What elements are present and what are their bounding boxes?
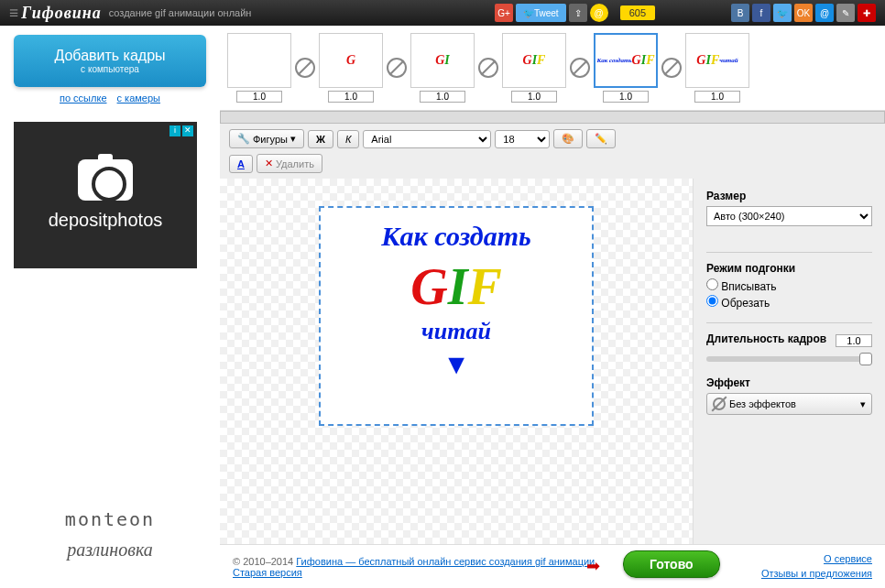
share-icon[interactable]: ⇪ — [569, 4, 587, 22]
add-frames-title: Добавить кадры — [23, 48, 197, 64]
red-arrow-icon: ➡ — [586, 556, 600, 576]
add-sublinks: по ссылке с камеры — [14, 93, 206, 103]
toolbar-row2: A ✕ Удалить — [220, 154, 885, 179]
tweet-button[interactable]: 🐦 Tweet — [516, 4, 566, 22]
twitter-icon[interactable]: 🐦 — [773, 4, 792, 22]
frame-duration-input[interactable] — [694, 91, 740, 103]
arrow-down-icon[interactable]: ▼ — [330, 349, 583, 380]
canvas-area[interactable]: Как создать GIF читай ▼ — [220, 179, 693, 544]
donate-icon[interactable]: @ — [590, 4, 608, 22]
fit-mode-label: Режим подгонки — [706, 262, 872, 275]
size-select[interactable]: Авто (300×240) — [706, 206, 872, 226]
italic-button[interactable]: К — [337, 130, 359, 148]
adchoices-icon[interactable]: i — [169, 125, 180, 136]
frame-transition-icon[interactable] — [478, 58, 498, 78]
sidebar: Добавить кадры с компьютера по ссылке с … — [0, 26, 220, 588]
size-label: Размер — [706, 190, 872, 202]
frame-duration-input[interactable] — [511, 91, 557, 103]
done-button[interactable]: Готово — [623, 550, 720, 578]
content: GGIGIFКак создатьGIFGIFчитай 🔧 Фигуры ▾ … — [220, 26, 885, 588]
feedback-link[interactable]: Отзывы и предложения — [761, 568, 872, 579]
duration-label: Длительность кадров — [706, 332, 826, 345]
duration-input[interactable] — [836, 334, 872, 347]
frame-5[interactable]: GIFчитай — [685, 33, 749, 103]
canvas[interactable]: Как создать GIF читай ▼ — [319, 206, 594, 426]
add-from-camera-link[interactable]: с камеры — [117, 93, 160, 103]
footer: © 2010–2014 Гифовина — бесплатный онлайн… — [220, 544, 885, 588]
vk-icon[interactable]: B — [731, 4, 749, 22]
ad-text: depositphotos — [49, 210, 163, 231]
old-version-link[interactable]: Старая версия — [233, 567, 302, 578]
add-frames-button[interactable]: Добавить кадры с компьютера — [14, 35, 206, 87]
brand-razlinovka[interactable]: разлиновка — [14, 539, 206, 561]
frames-strip: GGIGIFКак создатьGIFGIFчитай — [220, 26, 885, 111]
add-frames-subtitle: с компьютера — [23, 64, 197, 74]
bookmark-icon[interactable]: ✚ — [858, 4, 876, 22]
frame-transition-icon[interactable] — [295, 58, 315, 78]
text-color-button[interactable]: A — [229, 155, 253, 173]
fit-option-fit[interactable]: Вписывать — [706, 278, 872, 293]
canvas-text-gif[interactable]: GIF — [330, 261, 583, 312]
facebook-icon[interactable]: f — [752, 4, 770, 22]
gplus-icon[interactable]: G+ — [495, 4, 513, 22]
frame-4[interactable]: Как создатьGIF — [594, 33, 658, 103]
ad-close-icon[interactable]: ✕ — [182, 125, 193, 136]
logo[interactable]: Гифовина — [9, 4, 102, 23]
size-select[interactable]: 18 — [495, 130, 550, 148]
frame-2[interactable]: GI — [410, 33, 475, 103]
shapes-button[interactable]: 🔧 Фигуры ▾ — [229, 129, 304, 148]
social-bar: G+ 🐦 Tweet ⇪ @ 605 B f 🐦 OK @ ✎ ✚ — [495, 4, 876, 22]
effect-label: Эффект — [706, 376, 872, 389]
copyright: © 2010–2014 — [233, 556, 296, 567]
delete-button[interactable]: ✕ Удалить — [257, 154, 322, 173]
camera-icon — [78, 159, 133, 201]
frame-1[interactable]: G — [319, 33, 383, 103]
no-effect-icon — [713, 397, 726, 410]
font-select[interactable]: Arial — [363, 130, 491, 148]
bold-button[interactable]: Ж — [308, 130, 333, 148]
lj-icon[interactable]: ✎ — [836, 4, 855, 22]
frame-transition-icon[interactable] — [387, 58, 407, 78]
ad-banner[interactable]: i✕ depositphotos — [14, 122, 197, 268]
toolbar: 🔧 Фигуры ▾ Ж К Arial 18 🎨 ✏️ — [220, 124, 885, 154]
header: Гифовина создание gif анимации онлайн G+… — [0, 0, 885, 26]
fill-color-button[interactable]: 🎨 — [553, 129, 583, 148]
settings-panel: Размер Авто (300×240) Режим подгонки Впи… — [693, 179, 885, 544]
frame-3[interactable]: GIF — [502, 33, 566, 103]
frame-transition-icon[interactable] — [570, 58, 590, 78]
frame-duration-input[interactable] — [603, 91, 649, 103]
duration-slider[interactable] — [706, 356, 872, 362]
frame-transition-icon[interactable] — [661, 58, 682, 78]
add-by-url-link[interactable]: по ссылке — [60, 93, 107, 103]
about-link[interactable]: О сервисе — [824, 553, 872, 564]
frame-duration-input[interactable] — [328, 91, 374, 103]
frame-duration-input[interactable] — [420, 91, 465, 103]
frames-scrollbar[interactable] — [220, 111, 885, 124]
canvas-text-line3[interactable]: читай — [330, 318, 583, 345]
brand-monteon[interactable]: monteon — [14, 508, 206, 530]
effect-select[interactable]: Без эффектов ▾ — [706, 393, 872, 415]
stroke-color-button[interactable]: ✏️ — [586, 129, 616, 148]
counter-badge: 605 — [620, 5, 655, 20]
mail-icon[interactable]: @ — [815, 4, 834, 22]
fit-option-crop[interactable]: Обрезать — [706, 295, 872, 310]
frame-duration-input[interactable] — [236, 91, 282, 103]
service-description-link[interactable]: Гифовина — бесплатный онлайн сервис созд… — [296, 556, 595, 567]
ok-icon[interactable]: OK — [794, 4, 813, 22]
frame-0[interactable] — [227, 33, 291, 103]
canvas-text-line1[interactable]: Как создать — [330, 221, 583, 252]
tagline: создание gif анимации онлайн — [109, 7, 252, 18]
